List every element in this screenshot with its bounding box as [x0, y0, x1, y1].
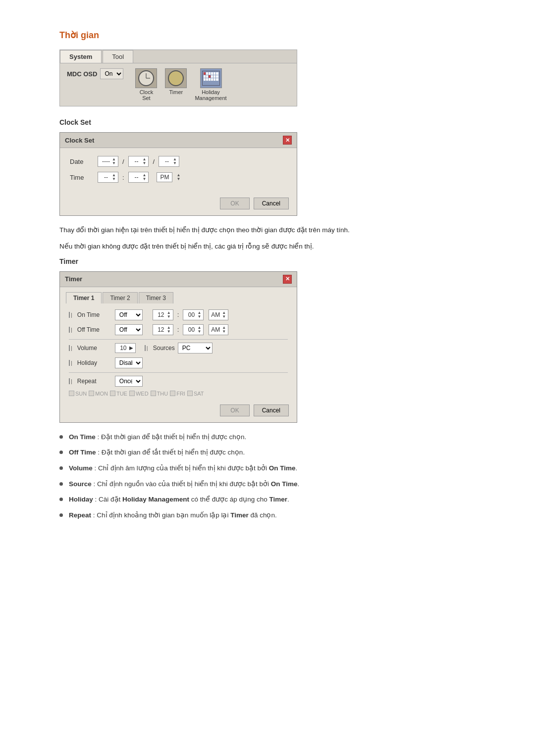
- off-time-hour-val: 12: [155, 326, 167, 333]
- time-row: Time -- ▲▼ : -- ▲▼ PM ▲▼: [70, 172, 287, 183]
- bullet-list: On Time : Đặt thời gian để bật thiết bị …: [59, 432, 476, 521]
- on-time-select[interactable]: Off On: [115, 309, 143, 320]
- on-time-hour-arrows[interactable]: ▲▼: [167, 311, 171, 319]
- clock-ok-button[interactable]: OK: [220, 198, 249, 209]
- clock-set-section-label: Clock Set: [59, 118, 476, 126]
- timer-divider-1: [69, 339, 288, 340]
- timer-ok-button[interactable]: OK: [220, 404, 249, 416]
- day-thu[interactable]: THU: [151, 391, 168, 397]
- section-title: Thời gian: [59, 30, 476, 41]
- off-time-min-arrows[interactable]: ▲▼: [197, 326, 201, 334]
- off-time-select[interactable]: Off On: [115, 324, 143, 335]
- off-time-hour-arrows[interactable]: ▲▼: [167, 326, 171, 334]
- off-time-hour-spinbox[interactable]: 12 ▲▼: [153, 324, 173, 335]
- volume-arrow-right[interactable]: ▶: [129, 345, 133, 351]
- on-time-ampm-arrows[interactable]: ▲▼: [222, 311, 226, 319]
- bullet-holiday: Holiday : Cài đặt Holiday Management có …: [59, 494, 476, 505]
- tab-tool[interactable]: Tool: [103, 50, 133, 63]
- day-fri[interactable]: FRI: [170, 391, 185, 397]
- repeat-pipe: |: [69, 378, 72, 384]
- clock-cancel-button[interactable]: Cancel: [254, 198, 289, 209]
- sources-section: | Sources PC HDMI: [145, 343, 213, 353]
- date-arrows1[interactable]: ▲▼: [112, 157, 116, 165]
- day-sun[interactable]: SUN: [69, 391, 87, 397]
- bullet-dot-2: [59, 451, 63, 454]
- tool-tabs: System Tool: [60, 50, 297, 63]
- date-val3: --: [161, 158, 173, 165]
- on-time-ampm-val: AM: [211, 311, 220, 318]
- date-spinbox2[interactable]: -- ▲▼: [128, 156, 149, 167]
- holiday-label: HolidayManagement: [195, 89, 226, 101]
- bullet-on-time-text: On Time : Đặt thời gian để bật thiết bị …: [69, 432, 246, 443]
- timer-section-label: Timer: [59, 257, 476, 265]
- holiday-icon-item[interactable]: HolidayManagement: [195, 68, 226, 101]
- date-sep1: /: [122, 158, 124, 165]
- timer-close-button[interactable]: ✕: [283, 275, 292, 284]
- time-arrows1[interactable]: ▲▼: [112, 173, 116, 181]
- day-wed[interactable]: WED: [129, 391, 149, 397]
- clock-dialog-footer: OK Cancel: [60, 194, 297, 215]
- repeat-row: | Repeat Once Everyday: [69, 376, 288, 387]
- tab-system[interactable]: System: [60, 50, 102, 63]
- timer-tab-3[interactable]: Timer 3: [139, 292, 173, 303]
- sources-label: Sources: [153, 345, 175, 352]
- clock-set-icon-item[interactable]: ClockSet: [135, 68, 157, 101]
- bullet-off-time-text: Off Time : Đặt thời gian để tắt thiết bị…: [69, 447, 245, 458]
- on-time-hour-spinbox[interactable]: 12 ▲▼: [153, 309, 173, 320]
- bullet-dot-5: [59, 498, 63, 501]
- off-time-label: Off Time: [77, 326, 112, 333]
- date-spinbox1[interactable]: ---- ▲▼: [98, 156, 118, 167]
- clock-icon-img: [135, 68, 157, 88]
- time-spinbox2[interactable]: -- ▲▼: [128, 172, 149, 183]
- sources-pipe: |: [145, 345, 148, 351]
- day-mon[interactable]: MON: [89, 391, 108, 397]
- time-val1: --: [100, 174, 112, 181]
- bullet-dot-6: [59, 513, 63, 517]
- bullet-holiday-text: Holiday : Cài đặt Holiday Management có …: [69, 494, 289, 505]
- timer-tab-1[interactable]: Timer 1: [66, 292, 102, 303]
- off-time-ampm-box[interactable]: AM ▲▼: [209, 324, 228, 335]
- off-time-pipe: |: [69, 327, 72, 333]
- on-time-min-arrows[interactable]: ▲▼: [197, 311, 201, 319]
- day-sat[interactable]: SAT: [187, 391, 204, 397]
- on-time-hour-val: 12: [155, 311, 167, 318]
- tool-icons: ClockSet Timer: [135, 68, 226, 101]
- volume-val: 10: [117, 345, 129, 352]
- timer-icon-item[interactable]: Timer: [165, 68, 187, 101]
- mdc-osd-select[interactable]: On Off: [100, 68, 123, 79]
- day-tue[interactable]: TUE: [110, 391, 127, 397]
- timer-tab-2[interactable]: Timer 2: [103, 292, 137, 303]
- on-time-min-val: 00: [185, 311, 197, 318]
- off-time-min-spinbox[interactable]: 00 ▲▼: [183, 324, 204, 335]
- date-arrows3[interactable]: ▲▼: [173, 157, 177, 165]
- bullet-dot-4: [59, 482, 63, 486]
- repeat-label: Repeat: [77, 378, 112, 385]
- timer-dialog: Timer ✕ Timer 1 Timer 2 Timer 3 | On Tim…: [59, 271, 297, 423]
- bullet-off-time: Off Time : Đặt thời gian để tắt thiết bị…: [59, 447, 476, 458]
- time-arrows2[interactable]: ▲▼: [143, 173, 147, 181]
- holiday-select[interactable]: Disable Enable: [115, 357, 143, 368]
- clock-set-dialog: Clock Set ✕ Date ---- ▲▼ / -- ▲▼ / -- ▲▼…: [59, 132, 297, 216]
- holiday-pipe: |: [69, 360, 72, 366]
- sources-select[interactable]: PC HDMI: [178, 343, 213, 353]
- volume-spinbox[interactable]: 10 ▶: [115, 343, 136, 353]
- holiday-icon: [202, 71, 220, 86]
- timer-icon-img: [165, 68, 187, 88]
- repeat-select[interactable]: Once Everyday: [115, 376, 143, 387]
- timer-dialog-title: Timer: [65, 275, 82, 283]
- time-spinbox1[interactable]: -- ▲▼: [98, 172, 118, 183]
- on-time-colon: :: [177, 311, 179, 318]
- date-arrows2[interactable]: ▲▼: [143, 157, 147, 165]
- pm-box[interactable]: PM: [157, 172, 172, 182]
- clock-set-label: ClockSet: [140, 89, 154, 101]
- on-time-ampm-box[interactable]: AM ▲▼: [209, 309, 228, 320]
- tool-panel: System Tool MDC OSD On Off ClockSet: [59, 50, 297, 106]
- on-time-min-spinbox[interactable]: 00 ▲▼: [183, 309, 204, 320]
- volume-label: Volume: [77, 345, 112, 352]
- date-spinbox3[interactable]: -- ▲▼: [159, 156, 179, 167]
- off-time-ampm-arrows[interactable]: ▲▼: [222, 326, 226, 334]
- clock-close-button[interactable]: ✕: [283, 136, 292, 145]
- on-time-pipe: |: [69, 312, 72, 318]
- timer-cancel-button[interactable]: Cancel: [254, 404, 289, 416]
- pm-arrows[interactable]: ▲▼: [176, 173, 180, 181]
